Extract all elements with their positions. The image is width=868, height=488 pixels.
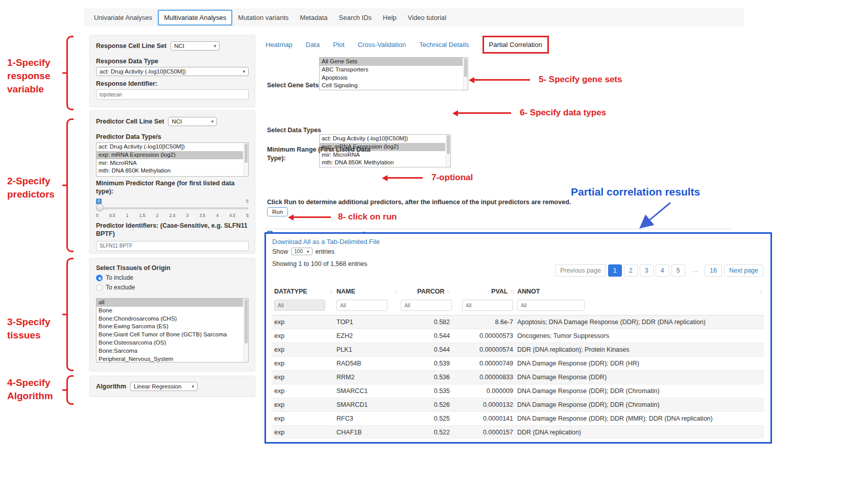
pagination-page-2[interactable]: 2	[624, 264, 638, 277]
tissue-include-radio[interactable]: To include	[96, 274, 249, 281]
chevron-down-icon: ▾	[214, 43, 216, 48]
tissue-exclude-radio[interactable]: To exclude	[96, 284, 249, 291]
pagination-page-4[interactable]: 4	[656, 264, 669, 277]
column-header-annot[interactable]: ANNOT↑↓	[515, 285, 764, 298]
table-row[interactable]: expRFC30.5250.0000141DNA Damage Response…	[272, 412, 764, 426]
scrollbar[interactable]	[244, 299, 248, 362]
sort-icon[interactable]: ↑↓	[510, 288, 514, 295]
pagination-pages: 12345…16	[606, 264, 722, 277]
filter-cell	[452, 298, 515, 315]
listbox-option-act-drug-activity-log10-ic50m[interactable]: act: Drug Activity (-log10[IC50M])	[320, 135, 445, 143]
slider-track[interactable]	[96, 207, 249, 209]
tab-partial-correlation[interactable]: Partial Correlation	[483, 36, 549, 54]
predictor-min-range-slider[interactable]: 0 5 00.511.522.533.544.55	[96, 199, 249, 219]
pagination-page-5[interactable]: 5	[671, 264, 685, 277]
slider-handle[interactable]	[96, 204, 104, 211]
scrollbar-thumb[interactable]	[447, 135, 450, 154]
listbox-option-bone[interactable]: Bone	[97, 307, 243, 315]
scrollbar[interactable]	[463, 58, 468, 90]
sort-icon[interactable]: ↑↓	[329, 288, 333, 295]
previous-page-button[interactable]: Previous page	[555, 264, 606, 277]
listbox-option-cell-signaling[interactable]: Cell Signaling	[320, 82, 463, 90]
listbox-option-exp-mrna-expression-log2[interactable]: exp: mRNA Expression (log2)	[97, 151, 243, 159]
nav-item-mutation-variants[interactable]: Mutation variants	[232, 10, 294, 26]
listbox-option-peripheral-nervous-system[interactable]: Peripheral_Nervous_System	[97, 355, 243, 362]
table-cell: 0.539	[399, 357, 452, 371]
table-cell: 0.0000132	[452, 398, 515, 412]
tab-plot[interactable]: Plot	[333, 41, 344, 48]
predictor-data-types-listbox[interactable]: act: Drug Activity (-log10[IC50M])exp: m…	[96, 142, 249, 177]
nav-item-multivariate-analyses[interactable]: Multivariate Analyses	[158, 10, 232, 26]
pagination-page-16[interactable]: 16	[705, 264, 722, 277]
listbox-option-bone-sarcoma[interactable]: Bone:Sarcoma	[97, 347, 243, 355]
filter-input-parcor[interactable]	[401, 300, 452, 311]
table-cell: RFC3	[334, 412, 399, 426]
sort-icon[interactable]: ↑↓	[447, 288, 450, 295]
predictor-cell-line-set-select[interactable]: NCI ▾	[168, 117, 217, 126]
sort-icon[interactable]: ↑↓	[759, 288, 763, 295]
tab-cross-validation[interactable]: Cross-Validation	[358, 41, 406, 48]
annotation-step7: 7-optional	[431, 173, 473, 183]
response-data-type-select[interactable]: act: Drug Activity (-log10[IC50M]) ▾	[96, 67, 249, 76]
listbox-option-bone-osteosarcoma-os[interactable]: Bone:Osteosarcoma (OS)	[97, 339, 243, 347]
scrollbar[interactable]	[446, 135, 450, 167]
tissue-listbox[interactable]: allBoneBone:Chondrosarcoma (CHS)Bone:Ewi…	[96, 298, 249, 362]
filter-input-datatype[interactable]	[274, 300, 325, 311]
table-row[interactable]: expSMARCC10.5350.000009DNA Damage Respon…	[272, 384, 764, 398]
listbox-option-apoptosis[interactable]: Apoptosis	[320, 74, 463, 82]
filter-input-name[interactable]	[336, 300, 388, 311]
gene-sets-listbox[interactable]: All Gene SetsABC TransportersApoptosisCe…	[319, 57, 468, 90]
filter-input-annot[interactable]	[517, 300, 585, 311]
tab-technical-details[interactable]: Technical Details	[419, 41, 469, 48]
listbox-option-bone-giant-cell-tumor-of-bone-gctb-sarcoma[interactable]: Bone:Giant Cell Tumor of Bone (GCTB) Sar…	[97, 331, 243, 339]
response-cell-line-set-select[interactable]: NCI ▾	[171, 41, 220, 51]
run-button[interactable]: Run	[267, 207, 288, 216]
listbox-option-all-gene-sets[interactable]: All Gene Sets	[320, 58, 463, 66]
response-identifier-input[interactable]	[96, 89, 249, 100]
listbox-option-mir-microrna[interactable]: mir: MicroRNA	[97, 159, 243, 167]
listbox-option-all[interactable]: all	[97, 299, 243, 307]
nav-item-univariate-analyses[interactable]: Univariate Analyses	[88, 10, 158, 26]
nav-item-help[interactable]: Help	[377, 10, 402, 26]
tab-heatmap[interactable]: Heatmap	[266, 41, 293, 48]
column-header-datatype[interactable]: DATATYPE↑↓	[272, 285, 334, 298]
table-row[interactable]: expTOP10.5828.6e-7Apoptosis; DNA Damage …	[272, 315, 764, 329]
next-page-button[interactable]: Next page	[724, 264, 763, 277]
predictor-identifiers-input[interactable]	[96, 241, 249, 251]
listbox-option-mth-dna-850k-methylation[interactable]: mth: DNA 850K Methylation	[97, 167, 243, 175]
scrollbar-thumb[interactable]	[245, 299, 248, 344]
annotation-step1: 1-Specify response variable	[7, 56, 70, 96]
pagination-page-1[interactable]: 1	[608, 264, 622, 277]
listbox-option-bone-chondrosarcoma-chs[interactable]: Bone:Chondrosarcoma (CHS)	[97, 315, 243, 323]
table-row[interactable]: expEZH20.5440.00000573Oncogenes; Tumor S…	[272, 329, 764, 343]
scrollbar[interactable]	[244, 143, 248, 176]
table-row[interactable]: expCHAF1B0.5220.0000157DDR (DNA replicat…	[272, 426, 764, 440]
page-size-select[interactable]: 100 ▾	[291, 248, 312, 255]
tab-data[interactable]: Data	[306, 41, 320, 48]
download-link[interactable]: Download All as a Tab-Delimited File	[272, 238, 764, 246]
algorithm-select[interactable]: Linear Regression ▾	[130, 382, 198, 391]
table-row[interactable]: expPLK10.5440.00000574DDR (DNA replicati…	[272, 343, 764, 357]
listbox-option-act-drug-activity-log10-ic50m[interactable]: act: Drug Activity (-log10[IC50M])	[97, 143, 243, 151]
column-header-name[interactable]: NAME↑↓	[334, 285, 399, 298]
filter-input-pval[interactable]	[462, 300, 513, 311]
column-header-pval[interactable]: PVAL↑↓	[452, 285, 515, 298]
results-table: DATATYPE↑↓NAME↑↓PARCOR↑↓PVAL↑↓ANNOT↑↓ ex…	[272, 285, 764, 439]
column-header-label: PARCOR	[417, 288, 444, 295]
slider-tick-label: 4.5	[229, 213, 235, 218]
table-row[interactable]: expSMARCD10.5260.0000132DNA Damage Respo…	[272, 398, 764, 412]
nav-item-video-tutorial[interactable]: Video tutorial	[402, 10, 452, 26]
table-row[interactable]: expRAD54B0.5390.00000749DNA Damage Respo…	[272, 357, 764, 371]
pagination-page-3[interactable]: 3	[640, 264, 654, 277]
table-row[interactable]: expRRM20.5360.00000833DNA Damage Respons…	[272, 371, 764, 384]
scrollbar-thumb[interactable]	[464, 58, 467, 77]
sort-icon[interactable]: ↑↓	[394, 288, 397, 295]
listbox-option-abc-transporters[interactable]: ABC Transporters	[320, 66, 463, 74]
nav-item-search-ids[interactable]: Search IDs	[333, 10, 377, 26]
bracket-step2	[66, 118, 74, 252]
scrollbar-thumb[interactable]	[245, 143, 248, 163]
nav-item-metadata[interactable]: Metadata	[294, 10, 333, 26]
listbox-option-bone-ewing-sarcoma-es[interactable]: Bone:Ewing Sarcoma (ES)	[97, 323, 243, 331]
top-nav: Univariate AnalysesMultivariate Analyses…	[84, 8, 744, 27]
column-header-parcor[interactable]: PARCOR↑↓	[399, 285, 452, 298]
